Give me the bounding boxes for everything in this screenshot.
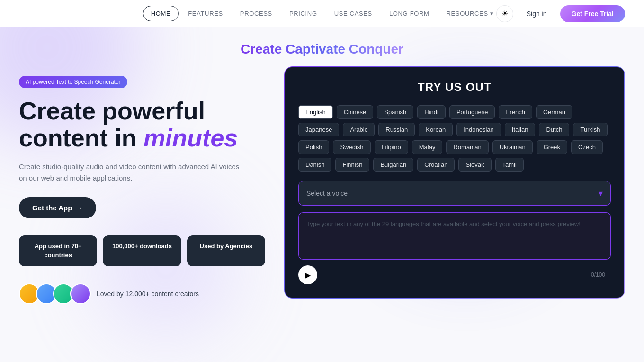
nav-process[interactable]: PROCESS <box>233 6 280 21</box>
nav-resources[interactable]: RESOURCES ▾ <box>439 6 501 21</box>
lang-tag-russian[interactable]: Russian <box>378 123 415 136</box>
lang-tag-portuguese[interactable]: Portuguese <box>449 105 495 119</box>
voice-select[interactable]: Select a voice ▾ <box>298 181 611 206</box>
lang-tag-indonesian[interactable]: Indonesian <box>456 123 501 136</box>
lang-tag-tamil[interactable]: Tamil <box>495 158 524 172</box>
lang-tag-hindi[interactable]: Hindi <box>417 105 446 119</box>
char-count: 0/100 <box>591 272 605 278</box>
try-us-panel: TRY US OUT EnglishChineseSpanishHindiPor… <box>284 66 625 299</box>
social-proof: Loved by 12,000+ content creators <box>19 283 265 304</box>
ai-badge: AI powered Text to Speech Generator <box>19 76 127 88</box>
hero-title: Create Captivate Conquer <box>241 42 403 57</box>
lang-tag-german[interactable]: German <box>536 105 572 119</box>
lang-tag-greek[interactable]: Greek <box>537 140 567 154</box>
lang-tag-italian[interactable]: Italian <box>505 123 536 136</box>
chevron-down-icon: ▾ <box>599 188 603 199</box>
nav-features[interactable]: FEATURES <box>180 6 231 21</box>
lang-tag-filipino[interactable]: Filipino <box>375 140 408 154</box>
text-input[interactable] <box>298 212 611 260</box>
lang-tag-romanian[interactable]: Romanian <box>446 140 488 154</box>
nav-long-form[interactable]: LONG FORM <box>382 6 437 21</box>
avatars <box>19 283 91 304</box>
play-button[interactable]: ▶ <box>298 265 317 284</box>
lang-tag-japanese[interactable]: Japanese <box>298 123 339 136</box>
stat-downloads: 100,000+ downloads <box>103 235 181 266</box>
subtext: Create studio-quality audio and video co… <box>19 161 246 184</box>
get-trial-button[interactable]: Get Free Trial <box>560 5 625 22</box>
lang-tag-turkish[interactable]: Turkish <box>573 123 607 136</box>
lang-tag-ukrainian[interactable]: Ukrainian <box>492 140 533 154</box>
content-row: AI powered Text to Speech Generator Crea… <box>0 66 644 304</box>
stat-countries: App used in 70+ countries <box>19 235 97 266</box>
lang-tag-english[interactable]: English <box>298 105 333 119</box>
social-proof-text: Loved by 12,000+ content creators <box>97 290 199 298</box>
stats-row: App used in 70+ countries 100,000+ downl… <box>19 235 265 266</box>
lang-tag-czech[interactable]: Czech <box>571 140 603 154</box>
lang-tag-slovak[interactable]: Slovak <box>458 158 491 172</box>
lang-tag-finnish[interactable]: Finnish <box>335 158 369 172</box>
voice-placeholder: Select a voice <box>306 190 348 197</box>
lang-tag-polish[interactable]: Polish <box>298 140 329 154</box>
nav-pricing[interactable]: PRICING <box>282 6 325 21</box>
chevron-down-icon: ▾ <box>490 10 494 17</box>
avatar <box>70 283 91 304</box>
sign-in-button[interactable]: Sign in <box>519 6 555 21</box>
nav-use-cases[interactable]: USE CASES <box>327 6 380 21</box>
language-tags: EnglishChineseSpanishHindiPortugueseFren… <box>298 105 611 172</box>
left-column: AI powered Text to Speech Generator Crea… <box>19 66 265 304</box>
lang-tag-danish[interactable]: Danish <box>298 158 331 172</box>
headline: Create powerful content in minutes <box>19 98 265 152</box>
get-app-button[interactable]: Get the App → <box>19 197 96 218</box>
sun-icon: ☀ <box>501 9 508 18</box>
lang-tag-malay[interactable]: Malay <box>412 140 443 154</box>
lang-tag-croatian[interactable]: Croatian <box>417 158 455 172</box>
nav-home[interactable]: HOME <box>143 6 179 21</box>
nav-right: ☀ Sign in Get Free Trial <box>496 5 625 22</box>
play-icon: ▶ <box>305 271 311 280</box>
lang-tag-dutch[interactable]: Dutch <box>539 123 569 136</box>
lang-tag-korean[interactable]: Korean <box>419 123 453 136</box>
lang-tag-spanish[interactable]: Spanish <box>377 105 413 119</box>
lang-tag-chinese[interactable]: Chinese <box>337 105 374 119</box>
navbar: HOME FEATURES PROCESS PRICING USE CASES … <box>0 0 644 27</box>
main-content: Create Captivate Conquer AI powered Text… <box>0 27 644 304</box>
lang-tag-arabic[interactable]: Arabic <box>343 123 375 136</box>
text-footer: ▶ 0/100 <box>298 265 611 284</box>
stat-agencies: Used by Agencies <box>187 235 265 266</box>
arrow-icon: → <box>76 204 83 212</box>
lang-tag-french[interactable]: French <box>499 105 532 119</box>
lang-tag-bulgarian[interactable]: Bulgarian <box>373 158 413 172</box>
theme-toggle[interactable]: ☀ <box>496 5 513 22</box>
try-title: TRY US OUT <box>298 81 611 94</box>
lang-tag-swedish[interactable]: Swedish <box>333 140 370 154</box>
